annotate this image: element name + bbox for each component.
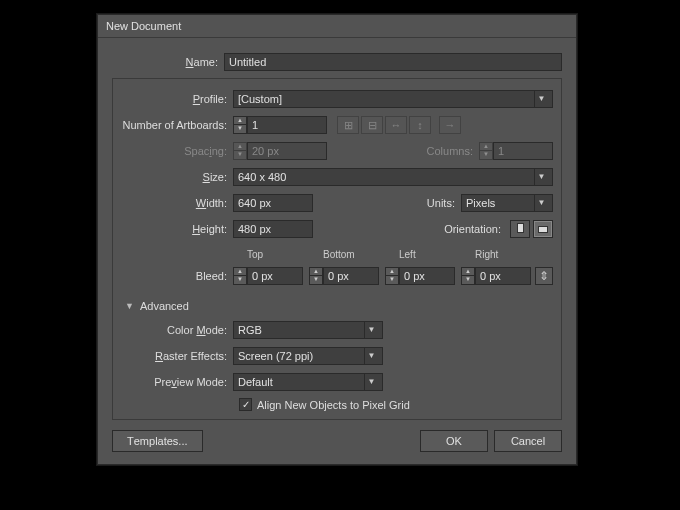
name-label: Name: bbox=[112, 56, 224, 68]
preview-mode-select[interactable]: Default ▼ bbox=[233, 373, 383, 391]
size-value: 640 x 480 bbox=[238, 169, 286, 185]
raster-effects-value: Screen (72 ppi) bbox=[238, 348, 313, 364]
bleed-right-stepper[interactable]: ▲▼ bbox=[461, 267, 475, 285]
columns-input bbox=[493, 142, 553, 160]
bleed-top-input[interactable] bbox=[247, 267, 303, 285]
profile-label: Profile: bbox=[121, 93, 233, 105]
profile-select[interactable]: [Custom] ▼ bbox=[233, 90, 553, 108]
raster-effects-select[interactable]: Screen (72 ppi) ▼ bbox=[233, 347, 383, 365]
chevron-down-icon: ▼ bbox=[364, 322, 378, 338]
width-input[interactable] bbox=[233, 194, 313, 212]
orientation-landscape-button[interactable] bbox=[533, 220, 553, 238]
bleed-top-stepper[interactable]: ▲▼ bbox=[233, 267, 247, 285]
bleed-right-label: Right bbox=[461, 249, 531, 260]
bleed-left-stepper[interactable]: ▲▼ bbox=[385, 267, 399, 285]
color-mode-label: Color Mode: bbox=[121, 324, 233, 336]
advanced-label: Advanced bbox=[140, 300, 189, 312]
spacing-label: Spacing: bbox=[121, 145, 233, 157]
ok-button[interactable]: OK bbox=[420, 430, 488, 452]
height-input[interactable] bbox=[233, 220, 313, 238]
preview-mode-label: Preview Mode: bbox=[121, 376, 233, 388]
chevron-down-icon: ▼ bbox=[534, 91, 548, 107]
cancel-button[interactable]: Cancel bbox=[494, 430, 562, 452]
bleed-label: Bleed: bbox=[121, 270, 233, 282]
orientation-portrait-button[interactable] bbox=[510, 220, 530, 238]
color-mode-select[interactable]: RGB ▼ bbox=[233, 321, 383, 339]
bleed-bottom-label: Bottom bbox=[309, 249, 379, 260]
columns-stepper: ▲▼ bbox=[479, 142, 493, 160]
chevron-down-icon: ▼ bbox=[364, 374, 378, 390]
chevron-down-icon: ▼ bbox=[534, 169, 548, 185]
columns-label: Columns: bbox=[411, 145, 479, 157]
dialog-title: New Document bbox=[98, 15, 576, 38]
arrange-col-icon: ↕ bbox=[409, 116, 431, 134]
units-select[interactable]: Pixels ▼ bbox=[461, 194, 553, 212]
bleed-top-label: Top bbox=[233, 249, 303, 260]
bleed-bottom-input[interactable] bbox=[323, 267, 379, 285]
chevron-down-icon: ▼ bbox=[534, 195, 548, 211]
align-grid-label: Align New Objects to Pixel Grid bbox=[257, 399, 410, 411]
orientation-label: Orientation: bbox=[431, 223, 507, 235]
bleed-link-icon[interactable]: ⇕ bbox=[535, 267, 553, 285]
bleed-left-input[interactable] bbox=[399, 267, 455, 285]
spacing-input bbox=[247, 142, 327, 160]
size-select[interactable]: 640 x 480 ▼ bbox=[233, 168, 553, 186]
width-label: Width: bbox=[121, 197, 233, 209]
arrange-row-icon: ↔ bbox=[385, 116, 407, 134]
disclosure-triangle-icon: ▼ bbox=[125, 301, 134, 311]
document-settings-group: Profile: [Custom] ▼ Number of Artboards:… bbox=[112, 78, 562, 420]
units-value: Pixels bbox=[466, 195, 495, 211]
arrange-grid-row-icon: ⊞ bbox=[337, 116, 359, 134]
units-label: Units: bbox=[413, 197, 461, 209]
templates-button[interactable]: Templates... bbox=[112, 430, 203, 452]
preview-mode-value: Default bbox=[238, 374, 273, 390]
advanced-toggle[interactable]: ▼ Advanced bbox=[121, 292, 553, 320]
height-label: Height: bbox=[121, 223, 233, 235]
arrange-grid-col-icon: ⊟ bbox=[361, 116, 383, 134]
artboards-stepper[interactable]: ▲▼ bbox=[233, 116, 247, 134]
artboards-label: Number of Artboards: bbox=[121, 119, 233, 131]
bleed-right-input[interactable] bbox=[475, 267, 531, 285]
new-document-dialog: New Document Name: Profile: [Custom] ▼ N… bbox=[97, 14, 577, 465]
color-mode-value: RGB bbox=[238, 322, 262, 338]
name-input[interactable] bbox=[224, 53, 562, 71]
arrange-rtl-icon: → bbox=[439, 116, 461, 134]
dialog-content: Name: Profile: [Custom] ▼ Number of Artb… bbox=[98, 38, 576, 464]
spacing-stepper: ▲▼ bbox=[233, 142, 247, 160]
artboards-input[interactable] bbox=[247, 116, 327, 134]
profile-value: [Custom] bbox=[238, 91, 282, 107]
align-grid-checkbox[interactable]: ✓ bbox=[239, 398, 252, 411]
bleed-bottom-stepper[interactable]: ▲▼ bbox=[309, 267, 323, 285]
size-label: Size: bbox=[121, 171, 233, 183]
bleed-left-label: Left bbox=[385, 249, 455, 260]
raster-effects-label: Raster Effects: bbox=[121, 350, 233, 362]
chevron-down-icon: ▼ bbox=[364, 348, 378, 364]
